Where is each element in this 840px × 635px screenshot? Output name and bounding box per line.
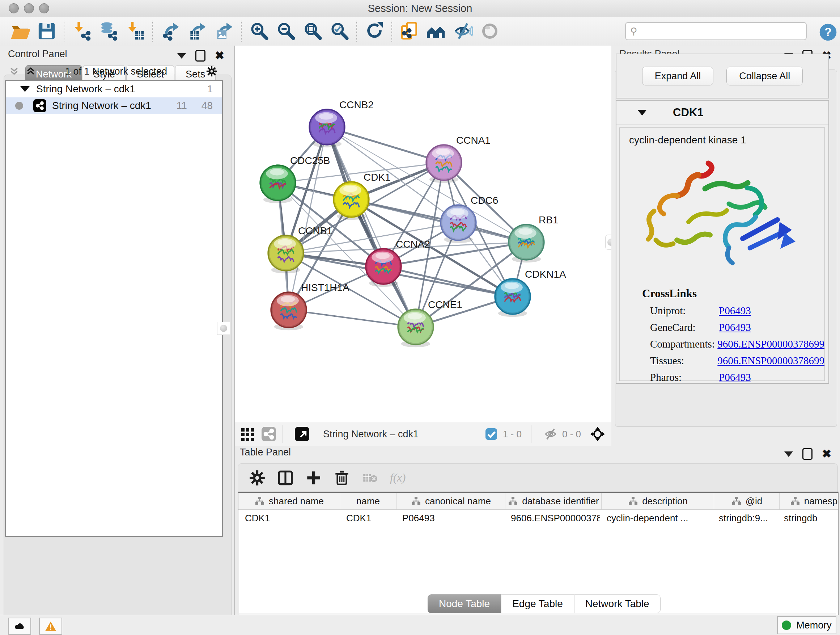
network-canvas[interactable]: CCNB2CCNA1CDC25BCDK1CDC6RB1CCNB1CCNA2CDK…	[235, 46, 612, 422]
cell-description[interactable]: cyclin-dependent ...	[600, 510, 712, 526]
network-options-gear-icon[interactable]	[205, 65, 218, 78]
crosslink-link[interactable]: P06493	[719, 321, 751, 333]
import-table-icon[interactable]	[124, 20, 147, 42]
collapse-all-button[interactable]: Collapse All	[726, 67, 803, 86]
export-network-icon[interactable]	[159, 20, 182, 42]
export-image-icon[interactable]	[213, 20, 235, 42]
crosslink-label: Tissues:	[650, 355, 717, 367]
left-splitter-grip[interactable]	[217, 322, 230, 335]
cell-namespace[interactable]: stringdb	[777, 510, 838, 526]
cell--id[interactable]: stringdb:9...	[712, 510, 777, 526]
window-zoom-button[interactable]	[39, 3, 49, 13]
collapse-all-networks-icon[interactable]	[8, 65, 20, 78]
import-network-icon[interactable]	[71, 20, 93, 42]
crosslink-link[interactable]: P06493	[719, 305, 751, 317]
save-session-icon[interactable]	[35, 20, 58, 42]
column-header-name[interactable]: name	[340, 493, 396, 509]
edge-CCNB2-CCNE1[interactable]	[327, 127, 416, 327]
search-input[interactable]	[640, 26, 806, 36]
columns-icon[interactable]	[276, 469, 294, 487]
column-header-canonical-name[interactable]: canonical name	[396, 493, 505, 509]
control-panel-float-icon[interactable]	[195, 50, 205, 62]
edge-CCNE1-HIST1H1A[interactable]	[289, 310, 416, 327]
crosslinks-title: CrossLinks	[642, 287, 824, 300]
node-HIST1H1A[interactable]: HIST1H1A	[271, 282, 349, 330]
column-header-database-identifier[interactable]: database identifier	[505, 493, 602, 509]
tab-node-table[interactable]: Node Table	[428, 594, 501, 613]
table-panel-float-icon[interactable]	[802, 448, 813, 460]
tab-edge-table[interactable]: Edge Table	[501, 594, 574, 613]
expand-all-networks-icon[interactable]	[25, 65, 37, 78]
show-hidden-icon[interactable]	[478, 20, 501, 42]
home-icon[interactable]	[425, 20, 447, 42]
shared-column-icon	[731, 496, 742, 507]
column-header-description[interactable]: description	[602, 493, 714, 509]
zoom-in-icon[interactable]	[248, 20, 270, 42]
string-style-icon[interactable]	[261, 426, 277, 442]
zoom-selected-icon[interactable]	[328, 20, 351, 42]
column-label: shared name	[269, 496, 324, 507]
add-icon[interactable]	[305, 469, 323, 487]
table-panel-close-icon[interactable]: ✖	[822, 449, 831, 459]
svg-text:f(x): f(x)	[390, 471, 406, 484]
collection-expand-caret-icon[interactable]	[20, 86, 30, 92]
node-label-CCNA2: CCNA2	[396, 239, 430, 250]
cell-name[interactable]: CDK1	[340, 510, 396, 526]
memory-button[interactable]: Memory	[777, 616, 836, 634]
crosslink-link[interactable]: 9606.ENSP00000378699	[717, 338, 824, 350]
gene-section-header[interactable]: CDK1	[616, 101, 829, 125]
window-close-button[interactable]	[9, 3, 19, 13]
crosslink-link[interactable]: 9606.ENSP00000378699	[717, 355, 824, 367]
refresh-icon[interactable]	[363, 20, 386, 42]
column-header-namespace[interactable]: namespace	[780, 493, 838, 509]
delete-icon[interactable]	[333, 469, 351, 487]
table-row[interactable]: CDK1CDK1P064939606.ENSP00000378699cyclin…	[238, 510, 838, 526]
window-minimize-button[interactable]	[24, 3, 34, 13]
node-CCNE1[interactable]: CCNE1	[398, 299, 462, 347]
shared-column-icon	[411, 496, 422, 507]
help-icon[interactable]: ?	[817, 21, 839, 43]
expand-all-button[interactable]: Expand All	[642, 67, 714, 86]
import-database-icon[interactable]	[97, 20, 120, 42]
export-table-icon[interactable]	[186, 20, 208, 42]
crosslink-label: Compartments:	[650, 338, 717, 350]
node-RB1[interactable]: RB1	[508, 214, 558, 263]
column-header--id[interactable]: @id	[714, 493, 780, 509]
network-collection-row[interactable]: String Network – cdk1 1	[6, 81, 222, 97]
node-CDC6[interactable]: CDC6	[441, 195, 498, 243]
table-panel-collapse-icon[interactable]	[784, 451, 793, 457]
svg-text:?: ?	[824, 25, 832, 39]
settings-icon[interactable]	[248, 469, 266, 487]
share-document-icon[interactable]	[398, 20, 421, 42]
node-label-RB1: RB1	[538, 214, 558, 226]
node-CCNB2[interactable]: CCNB2	[309, 99, 374, 147]
cell-canonical-name[interactable]: P06493	[396, 510, 504, 526]
zoom-fit-icon[interactable]	[302, 20, 324, 42]
birdseye-grid-icon[interactable]	[240, 426, 256, 442]
zoom-out-icon[interactable]	[275, 20, 297, 42]
status-bar: Memory	[0, 615, 840, 635]
detach-view-icon[interactable]	[294, 426, 310, 442]
control-panel-close-icon[interactable]: ✖	[215, 51, 224, 60]
control-panel-collapse-icon[interactable]	[177, 53, 186, 59]
node-label-HIST1H1A: HIST1H1A	[301, 282, 349, 293]
fit-content-crosshair-icon[interactable]	[590, 426, 606, 442]
table-tabs: Node TableEdge TableNetwork Table	[428, 594, 660, 613]
delete-table-icon	[361, 469, 379, 487]
selected-nodes-checkbox-icon[interactable]	[483, 426, 499, 442]
node-CDKN1A[interactable]: CDKN1A	[495, 269, 566, 317]
open-session-icon[interactable]	[9, 20, 31, 42]
network-view-title: String Network – cdk1	[323, 429, 478, 440]
node-CDK1[interactable]: CDK1	[333, 172, 391, 220]
network-row[interactable]: String Network – cdk1 11 48	[6, 97, 222, 114]
warning-button[interactable]	[39, 618, 62, 635]
cell-shared-name[interactable]: CDK1	[238, 510, 340, 526]
hide-unselected-icon[interactable]	[452, 20, 474, 42]
cloud-button[interactable]	[8, 618, 31, 635]
column-header-shared-name[interactable]: shared name	[238, 493, 340, 509]
table-panel-title: Table Panel	[240, 447, 291, 458]
crosslink-link[interactable]: P06493	[719, 371, 751, 383]
gene-expand-caret-icon[interactable]	[638, 110, 647, 116]
tab-network-table[interactable]: Network Table	[574, 594, 660, 613]
cell-database-identifier[interactable]: 9606.ENSP00000378699	[504, 510, 600, 526]
